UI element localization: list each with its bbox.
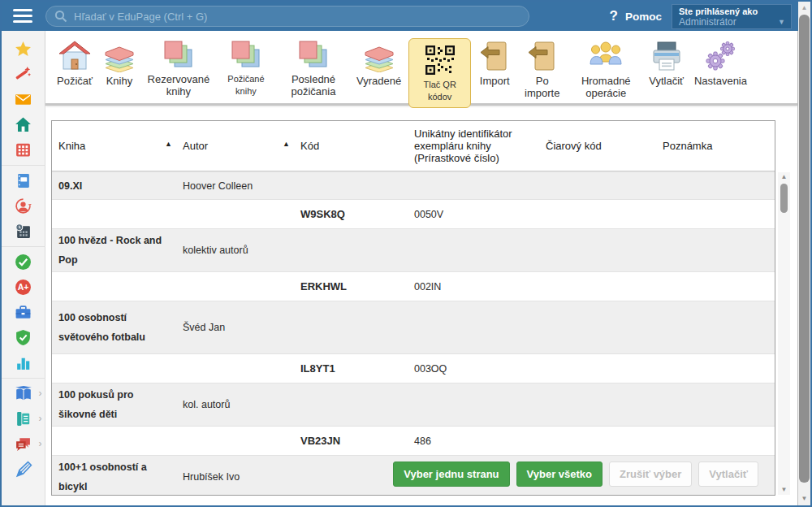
sidebar-item-wizard[interactable]: [2, 62, 45, 87]
pen-icon: [15, 461, 32, 479]
table-row[interactable]: 100 osobností světového fotbalu Švéd Jan: [52, 301, 775, 354]
column-label: Kód: [300, 140, 319, 152]
cell-kniha: 100 hvězd - Rock and Pop: [52, 229, 176, 271]
toolbar-item-import[interactable]: Import: [475, 38, 514, 89]
sidebar-item-library[interactable]: ›: [2, 381, 45, 406]
toolbar-item-po-importe[interactable]: Po importe: [518, 38, 566, 101]
scroll-up-icon[interactable]: ▲: [798, 2, 810, 14]
cell-kod: VB23JN: [294, 427, 408, 455]
sidebar-item-attendance[interactable]: [2, 249, 45, 275]
signed-in-user: Administrátor: [679, 17, 784, 28]
toolbar-item-label: Hromadné operácie: [573, 75, 638, 99]
toolbar-item-hromadne-operacie[interactable]: Hromadné operácie: [570, 38, 641, 101]
toolbar-item-posledne-pozicania[interactable]: Posledné požičania: [278, 38, 349, 99]
cell-kniha: 100+1 osobností a bicykl: [52, 456, 176, 496]
cell-kod: W9SK8Q: [294, 200, 408, 228]
help-button[interactable]: ? Pomoc: [610, 2, 662, 31]
cell-autor: kolektiv autorů: [176, 229, 294, 271]
sidebar-item-plan-calendar[interactable]: [2, 219, 45, 244]
select-all-button[interactable]: Vyber všetko: [516, 462, 603, 487]
envelope-icon: [15, 91, 32, 108]
open-book-icon: [15, 385, 32, 403]
sort-asc-icon: ▲: [283, 138, 290, 150]
sidebar-item-agenda[interactable]: [2, 300, 45, 325]
cell-ident: [408, 229, 539, 271]
table-row[interactable]: ERKHWL 002IN: [52, 272, 775, 301]
sidebar-item-documents[interactable]: ›: [2, 406, 45, 431]
stacked-books-icon: [298, 40, 329, 71]
svg-text:A+: A+: [18, 282, 29, 292]
table-scrollbar[interactable]: ▲ ▼: [778, 172, 790, 495]
table-row[interactable]: IL8YT1 003OQ: [52, 354, 775, 383]
search-icon: [54, 10, 67, 23]
hamburger-menu-icon[interactable]: [13, 9, 32, 24]
scroll-down-icon[interactable]: ▼: [778, 485, 790, 495]
search-input[interactable]: [74, 11, 520, 23]
cell-kod: IL8YT1: [294, 354, 408, 383]
layers-icon: [103, 40, 136, 72]
main-content: Požičať Knihy Rezervované knihy: [45, 31, 798, 505]
scroll-up-icon[interactable]: ▲: [778, 172, 790, 182]
cell-ciarovy: [539, 172, 656, 199]
scroll-down-icon[interactable]: ▼: [798, 493, 810, 505]
sidebar-item-favorites[interactable]: [2, 37, 45, 62]
toolbar-item-tlac-qr-kodov[interactable]: Tlač QR kódov: [408, 38, 471, 108]
toolbar-item-pozicat[interactable]: Požičať: [54, 38, 96, 89]
cell-ciarovy: [539, 301, 656, 353]
cell-kniha: [52, 354, 176, 383]
page-scrollbar[interactable]: ▲ ▼: [798, 2, 810, 505]
sidebar-item-elearning[interactable]: [2, 457, 45, 482]
sidebar-item-statistics[interactable]: [2, 350, 45, 375]
sidebar-item-communication[interactable]: ›: [2, 431, 45, 457]
toolbar-item-label: Posledné požičania: [281, 73, 346, 98]
app-sidebar: A+: [2, 31, 45, 505]
sidebar-item-grades[interactable]: A+: [2, 275, 45, 300]
calendar-clock-icon: [15, 223, 32, 240]
table-row[interactable]: VB23JN 486: [52, 427, 775, 455]
chevron-right-icon: ›: [39, 388, 42, 399]
column-header-kniha[interactable]: Kniha ▲: [52, 121, 176, 171]
select-one-page-button[interactable]: Vyber jednu stranu: [393, 462, 509, 487]
column-header-unikatny-identifikator[interactable]: Unikátny identifikátor exempláru knihy (…: [408, 121, 539, 171]
page-scrollbar-thumb[interactable]: [799, 15, 810, 483]
toolbar-item-vyradene[interactable]: Vyradené: [353, 38, 404, 89]
table-row[interactable]: 09.XI Hoover Colleen: [52, 171, 775, 200]
cell-ciarovy: [539, 427, 656, 455]
briefcase-icon: [15, 304, 32, 321]
help-label: Pomoc: [625, 11, 662, 23]
table-row[interactable]: 100 pokusů pro šikovné děti kol. autorů: [52, 383, 775, 427]
column-label: Kniha: [58, 140, 85, 152]
sidebar-item-home[interactable]: [2, 112, 45, 137]
stacked-books-icon: [231, 40, 261, 71]
cell-poznamka: [656, 301, 775, 353]
global-search[interactable]: [45, 6, 529, 27]
column-header-kod[interactable]: Kód: [294, 121, 408, 171]
sidebar-item-admin-console[interactable]: [2, 325, 45, 350]
cell-ciarovy: [539, 200, 656, 228]
print-button[interactable]: Vytlačiť: [698, 462, 758, 487]
bar-chart-icon: [15, 354, 32, 371]
toolbar-item-vytlacit[interactable]: Vytlačiť: [646, 38, 687, 89]
column-header-poznamka[interactable]: Poznámka: [656, 121, 775, 171]
top-bar: ? Pomoc Ste prihlásený ako Administrátor…: [2, 2, 798, 31]
table-row[interactable]: 100 hvězd - Rock and Pop kolektiv autorů: [52, 228, 775, 272]
sidebar-item-substitution[interactable]: [2, 193, 45, 219]
toolbar-item-knihy[interactable]: Knihy: [100, 38, 139, 89]
toolbar-item-pozicane-knihy[interactable]: Požičané knihy: [218, 38, 274, 99]
table-scrollbar-thumb[interactable]: [780, 184, 788, 213]
clear-selection-button[interactable]: Zrušiť výber: [609, 462, 692, 487]
sidebar-item-class-register[interactable]: [2, 168, 45, 193]
toolbar-item-rezervovane-knihy[interactable]: Rezervované knihy: [143, 38, 214, 99]
column-header-ciarovy-kod[interactable]: Čiarový kód: [539, 121, 656, 171]
cell-kod: ERKHWL: [294, 272, 408, 301]
question-mark-icon: ?: [610, 8, 618, 24]
column-header-autor[interactable]: Autor ▲: [176, 121, 294, 171]
toolbar-item-label: Požičať: [57, 75, 93, 87]
table-row[interactable]: W9SK8Q 0050V: [52, 200, 775, 228]
sidebar-item-timetable[interactable]: [2, 137, 45, 162]
toolbar-item-nastavenia[interactable]: Nastavenia: [691, 38, 750, 89]
column-label: Autor: [183, 140, 208, 152]
cell-kod: [294, 172, 408, 199]
logged-in-user-menu[interactable]: Ste prihlásený ako Administrátor ▼: [672, 4, 792, 29]
sidebar-item-messages[interactable]: [2, 87, 45, 112]
